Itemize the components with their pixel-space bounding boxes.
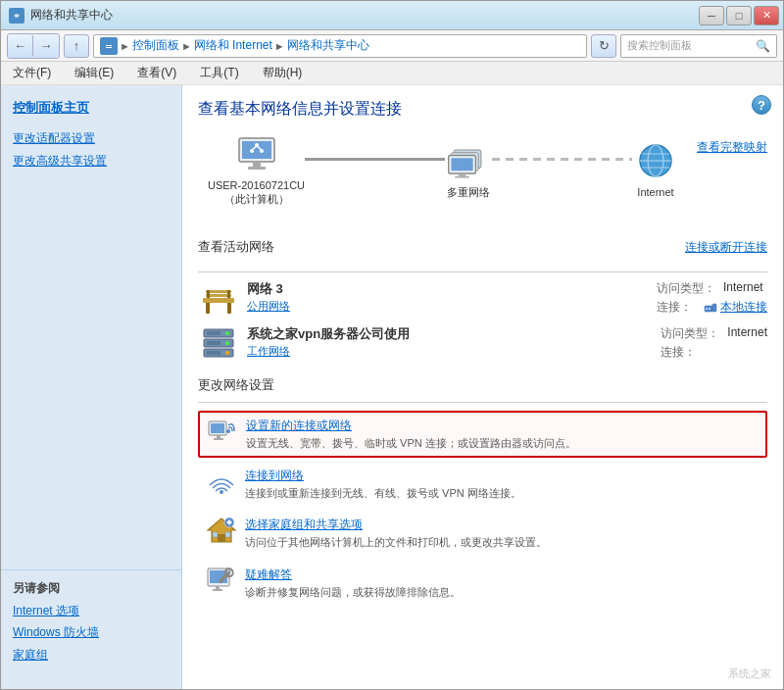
address-icon	[100, 37, 118, 55]
node3-label: Internet	[637, 185, 673, 199]
svg-rect-39	[207, 331, 220, 335]
svg-rect-27	[207, 290, 210, 298]
svg-point-9	[250, 149, 254, 153]
sidebar-firewall[interactable]: Windows 防火墙	[13, 624, 170, 641]
breadcrumb-sep-2: ►	[181, 40, 192, 52]
node1-label: USER-20160721CU （此计算机）	[208, 178, 305, 207]
main-area: 控制面板主页 更改适配器设置 更改高级共享设置 另请参阅 Internet 选项…	[1, 85, 783, 689]
sidebar-sharing-link[interactable]: 更改高级共享设置	[13, 153, 170, 170]
address-field[interactable]: ► 控制面板 ► 网络和 Internet ► 网络和共享中心	[93, 34, 587, 58]
svg-rect-30	[712, 304, 716, 312]
up-button[interactable]: ↑	[64, 34, 89, 58]
svg-rect-2	[106, 45, 112, 46]
sidebar-main-section: 控制面板主页 更改适配器设置 更改高级共享设置	[1, 95, 181, 183]
divider-2	[198, 402, 767, 403]
window-icon	[9, 8, 24, 24]
back-button[interactable]: ←	[8, 34, 33, 58]
network2-access-value: Internet	[727, 325, 767, 342]
svg-rect-45	[214, 438, 223, 440]
svg-point-36	[225, 331, 229, 335]
network1-name: 网络 3	[247, 280, 290, 298]
network2-access-label: 访问类型：	[661, 325, 719, 342]
breadcrumb-1[interactable]: 控制面板	[132, 37, 179, 54]
network2-conn-label: 连接：	[661, 344, 700, 361]
network1-conn-row: 连接： 本地连接	[657, 299, 767, 316]
sidebar-internet-options[interactable]: Internet 选项	[13, 603, 170, 619]
connect-disconnect-link[interactable]: 连接或断开连接	[685, 239, 767, 256]
connect-network-link[interactable]: 连接到网络	[245, 468, 760, 484]
svg-rect-28	[227, 290, 230, 298]
svg-point-38	[225, 351, 229, 355]
forward-button[interactable]: →	[33, 34, 59, 58]
close-button[interactable]: ✕	[754, 6, 779, 25]
settings-item-4: 疑难解答 诊断并修复网络问题，或获得故障排除信息。	[198, 561, 767, 606]
settings-item-1-text: 设置新的连接或网络 设置无线、宽带、拨号、临时或 VPN 连接；或设置路由器或访…	[246, 418, 759, 451]
svg-rect-6	[253, 162, 261, 167]
svg-rect-14	[451, 158, 472, 171]
internet-icon	[632, 142, 679, 181]
setup-connection-icon	[207, 418, 238, 445]
node-computer: USER-20160721CU （此计算机）	[208, 135, 305, 207]
sidebar-homegroup[interactable]: 家庭组	[13, 647, 170, 664]
settings-item-2: 连接到网络 连接到或重新连接到无线、有线、拨号或 VPN 网络连接。	[198, 462, 767, 507]
menu-tools[interactable]: 工具(T)	[196, 63, 242, 83]
computer-icon	[233, 135, 280, 174]
network2-conn-row: 连接：	[661, 344, 767, 361]
svg-rect-59	[213, 589, 222, 591]
help-icon[interactable]: ?	[752, 95, 771, 115]
menubar: 文件(F) 编辑(E) 查看(V) 工具(T) 帮助(H)	[1, 62, 783, 85]
sidebar-adapter-link[interactable]: 更改适配器设置	[13, 130, 170, 147]
svg-rect-32	[709, 308, 710, 310]
network2-type[interactable]: 工作网络	[247, 345, 290, 357]
maximize-button[interactable]: □	[726, 6, 752, 25]
breadcrumb-sep-3: ►	[274, 40, 285, 52]
node2-label: 多重网络	[447, 185, 490, 199]
svg-point-8	[255, 143, 259, 147]
svg-rect-40	[207, 341, 220, 345]
sidebar-also-see: 另请参阅 Internet 选项 Windows 防火墙 家庭组	[1, 569, 181, 679]
network1-type[interactable]: 公用网络	[247, 300, 290, 312]
breadcrumb-3[interactable]: 网络和共享中心	[287, 37, 369, 54]
network1-props: 访问类型： Internet 连接：	[657, 280, 767, 316]
homegroup-link[interactable]: 选择家庭组和共享选项	[245, 517, 760, 533]
svg-rect-31	[706, 308, 708, 310]
menu-help[interactable]: 帮助(H)	[259, 63, 307, 83]
sidebar-home-link[interactable]: 控制面板主页	[13, 99, 170, 117]
network1-access-label: 访问类型：	[657, 280, 715, 297]
menu-view[interactable]: 查看(V)	[133, 63, 180, 83]
content-area: ? 查看基本网络信息并设置连接	[182, 85, 783, 689]
setup-connection-link[interactable]: 设置新的连接或网络	[246, 418, 759, 434]
network-row-1: 网络 3 公用网络 访问类型： Internet 连接：	[198, 280, 767, 316]
divider-1	[198, 271, 767, 272]
svg-rect-49	[218, 534, 225, 542]
view-map-link[interactable]: 查看完整映射	[697, 140, 767, 154]
svg-rect-3	[106, 47, 112, 48]
menu-edit[interactable]: 编辑(E)	[71, 63, 118, 83]
breadcrumb-sep-1: ►	[120, 40, 130, 52]
network-line-1	[305, 158, 445, 161]
menu-file[interactable]: 文件(F)	[9, 63, 55, 83]
network1-conn-link[interactable]: 本地连接	[704, 299, 767, 316]
svg-point-10	[260, 149, 264, 153]
svg-rect-41	[207, 351, 220, 355]
network2-name: 系统之家vpn服务器公司使用	[247, 325, 410, 343]
watermark: 系统之家	[728, 666, 771, 681]
main-window: 网络和共享中心 ─ □ ✕ ← → ↑ ► 控制面板 ► 网络和 Interne…	[0, 0, 784, 690]
svg-rect-44	[217, 435, 220, 438]
svg-rect-50	[213, 532, 218, 537]
troubleshoot-link[interactable]: 疑难解答	[245, 567, 760, 583]
network2-info: 系统之家vpn服务器公司使用 工作网络	[247, 325, 410, 359]
svg-rect-7	[248, 167, 266, 170]
settings-item-3-text: 选择家庭组和共享选项 访问位于其他网络计算机上的文件和打印机，或更改共享设置。	[245, 517, 760, 550]
svg-rect-24	[203, 298, 234, 303]
search-field[interactable]: 搜索控制面板 🔍	[620, 34, 777, 58]
minimize-button[interactable]: ─	[699, 6, 724, 25]
homegroup-desc: 访问位于其他网络计算机上的文件和打印机，或更改共享设置。	[245, 536, 547, 548]
svg-rect-43	[211, 423, 224, 433]
network1-access-value: Internet	[723, 280, 763, 297]
also-see-title: 另请参阅	[13, 580, 170, 597]
svg-point-46	[226, 429, 230, 433]
breadcrumb-2[interactable]: 网络和 Internet	[194, 37, 272, 54]
node-internet: Internet	[632, 142, 679, 199]
refresh-button[interactable]: ↻	[591, 34, 616, 58]
